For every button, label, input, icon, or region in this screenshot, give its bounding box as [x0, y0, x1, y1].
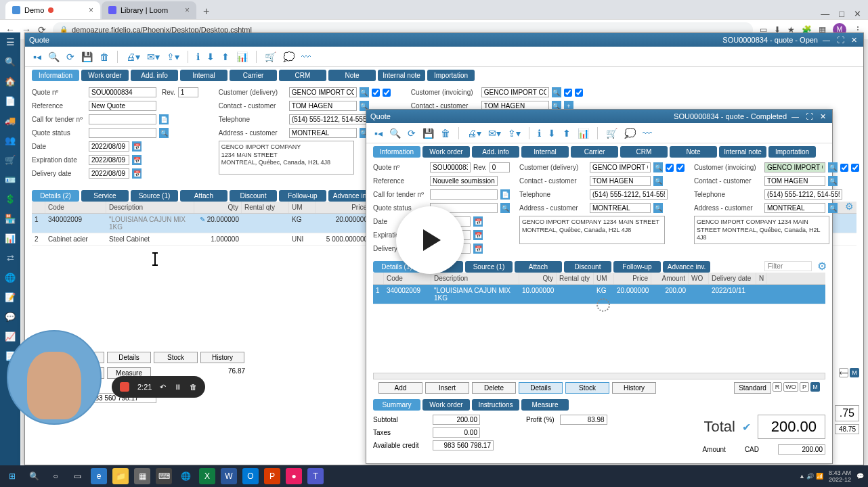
save-icon[interactable]: 💾	[80, 51, 94, 62]
details-button[interactable]: Details	[107, 352, 151, 363]
checkbox[interactable]	[851, 164, 859, 172]
globe-icon[interactable]: 🌐	[5, 273, 16, 283]
col-rental[interactable]: Rental qty	[557, 273, 594, 284]
insert-button[interactable]: Insert	[425, 382, 469, 394]
truck-icon[interactable]: 🚚	[5, 116, 16, 126]
money-icon[interactable]: 💲	[5, 194, 16, 204]
home-icon[interactable]: 🏠	[5, 76, 16, 87]
teams-icon[interactable]: T	[307, 468, 324, 484]
col-qty[interactable]: Qty	[519, 273, 557, 284]
date-input[interactable]	[89, 141, 129, 152]
search-icon[interactable]: 🔍	[26, 468, 42, 484]
checkbox[interactable]	[383, 89, 391, 97]
lookup-icon[interactable]: 🔍	[828, 162, 838, 172]
wave-icon[interactable]: 〰	[300, 51, 312, 62]
exp-input[interactable]	[89, 155, 129, 165]
window-maximize[interactable]: □	[839, 9, 844, 19]
tab-crm[interactable]: CRM	[620, 146, 668, 158]
calendar-icon[interactable]: 📅	[473, 244, 483, 254]
contact-input[interactable]	[590, 176, 651, 186]
tab-workorder[interactable]: Work order	[422, 146, 470, 158]
stock-button[interactable]: Stock	[154, 352, 198, 363]
call-input[interactable]	[89, 114, 156, 124]
contact2-input[interactable]	[764, 176, 825, 186]
lookup-icon[interactable]: 🔍	[500, 203, 510, 213]
tel2-input[interactable]	[764, 189, 842, 200]
tab-information[interactable]: Information	[373, 146, 420, 158]
delete-icon[interactable]: 🗑	[98, 51, 110, 62]
badge-m[interactable]: M	[850, 368, 859, 377]
tab-addinfo[interactable]: Add. info	[131, 70, 178, 81]
app-icon[interactable]: ▦	[134, 468, 150, 484]
close-icon[interactable]: ×	[89, 5, 93, 15]
cart-icon[interactable]: 🛒	[605, 128, 619, 139]
tab-workorder[interactable]: Work order	[81, 70, 129, 81]
col-code[interactable]: Code	[45, 202, 106, 213]
tab-crm[interactable]: CRM	[279, 70, 326, 81]
lookup-icon[interactable]: 🔍	[653, 176, 663, 186]
standard-button[interactable]: Standard	[734, 382, 771, 394]
down-icon[interactable]: ⬇	[205, 51, 216, 62]
close-icon[interactable]: ×	[185, 5, 190, 15]
cust-inv-input[interactable]	[481, 87, 549, 97]
col-code[interactable]: Code	[384, 273, 431, 284]
print-icon[interactable]: 🖨▾	[125, 51, 142, 62]
taskview-icon[interactable]: ▭	[69, 468, 85, 484]
checkbox[interactable]	[575, 89, 583, 97]
browser-tab[interactable]: Library | Loom ×	[102, 1, 196, 19]
window-minimize[interactable]: —	[821, 9, 829, 19]
addr-input[interactable]	[590, 203, 651, 213]
contact-input[interactable]	[289, 101, 357, 111]
search-icon[interactable]: 🔍	[47, 51, 61, 62]
mail-icon[interactable]: ✉▾	[146, 51, 161, 62]
checkbox[interactable]	[676, 164, 685, 172]
tab-instructions[interactable]: Instructions	[472, 399, 519, 411]
up-icon[interactable]: ⬆	[220, 51, 231, 62]
tab-discount[interactable]: Discount	[230, 190, 277, 202]
rev-input[interactable]	[490, 162, 510, 172]
tel-input[interactable]	[289, 114, 377, 124]
checkbox[interactable]	[666, 164, 674, 172]
chart-icon[interactable]: 📊	[5, 233, 16, 244]
cust-del-input[interactable]	[289, 87, 357, 97]
addr-input[interactable]	[289, 128, 357, 138]
grid-body[interactable]: 1 340002009 "LOUISIANA CAJUN MIX 1KG 10.…	[373, 285, 825, 373]
up-icon[interactable]: ⬆	[561, 128, 572, 139]
hamburger-icon[interactable]: ☰	[6, 37, 15, 47]
lookup-icon[interactable]: 🔍	[653, 203, 663, 213]
trash-icon[interactable]: 🗑	[190, 383, 197, 391]
down-icon[interactable]: ⬇	[546, 128, 557, 139]
users-icon[interactable]: 👥	[5, 135, 16, 145]
id-icon[interactable]: 🪪	[5, 175, 16, 185]
calendar-icon[interactable]: 📅	[132, 155, 142, 165]
tab-internal[interactable]: Internal	[521, 146, 569, 158]
tab-followup[interactable]: Follow-up	[279, 190, 326, 202]
window-close[interactable]: ✕	[854, 9, 861, 19]
badge-r[interactable]: R	[773, 382, 782, 392]
quote-no-input[interactable]	[89, 87, 156, 97]
cortana-icon[interactable]: ○	[47, 468, 64, 484]
export-icon[interactable]: ⇪▾	[165, 51, 181, 62]
powerpoint-icon[interactable]: P	[264, 468, 280, 484]
lookup-icon[interactable]: 🔍	[360, 87, 369, 97]
checkbox[interactable]	[840, 164, 848, 172]
details-button[interactable]: Details	[519, 382, 563, 394]
presenter-bubble[interactable]	[7, 330, 102, 425]
titlebar[interactable]: Quote SOU0000834 - quote - Open — ⛶ ✕	[25, 33, 863, 47]
stats-icon[interactable]: 📈	[5, 331, 16, 342]
tab-source[interactable]: Source (1)	[131, 190, 178, 202]
tab-importation[interactable]: Importation	[427, 70, 475, 81]
col-price[interactable]: Price	[614, 273, 651, 284]
tab-information[interactable]: Information	[32, 70, 79, 81]
calendar-icon[interactable]: 📅	[473, 216, 483, 227]
badge-m[interactable]: M	[810, 382, 820, 392]
del-input[interactable]	[89, 168, 129, 179]
cart-icon[interactable]: 🛒	[263, 51, 278, 62]
swap-icon[interactable]: ⇄	[7, 253, 14, 263]
lookup-icon[interactable]: 📄	[500, 189, 510, 200]
tab-note[interactable]: Note	[670, 146, 717, 158]
tab-importation[interactable]: Importation	[768, 146, 816, 158]
calendar-icon[interactable]: 📅	[132, 168, 142, 179]
new-icon[interactable]: ▪◂	[32, 51, 43, 62]
window-minimize[interactable]: —	[821, 36, 832, 44]
